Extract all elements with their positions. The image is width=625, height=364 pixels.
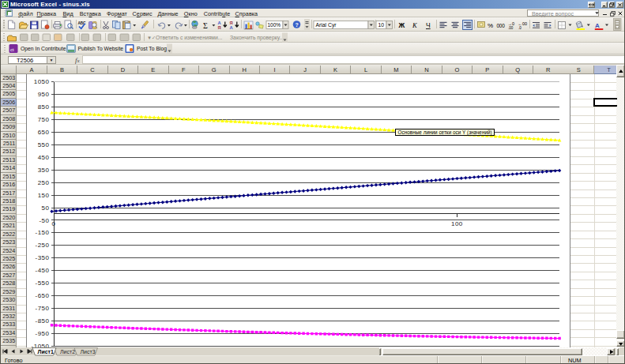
svg-text:100%: 100%: [268, 22, 281, 28]
svg-text:850: 850: [38, 103, 50, 111]
svg-text:-950: -950: [35, 329, 49, 336]
svg-text:000: 000: [497, 23, 506, 28]
svg-text:Ч: Ч: [426, 21, 431, 29]
svg-text:1050: 1050: [34, 78, 50, 85]
svg-text:50: 50: [42, 204, 50, 211]
svg-text:Лист3: Лист3: [81, 349, 96, 355]
svg-text:.0: .0: [518, 26, 521, 30]
svg-text:Publish To Website: Publish To Website: [78, 46, 124, 51]
svg-text:-150: -150: [35, 229, 49, 236]
svg-text:750: 750: [38, 116, 50, 123]
svg-text:A: A: [595, 22, 600, 29]
svg-text:Arial Cyr: Arial Cyr: [316, 22, 337, 28]
svg-text:%: %: [488, 22, 493, 29]
svg-text:450: 450: [38, 153, 50, 160]
svg-text:Ответить с изменениями...: Ответить с изменениями...: [156, 34, 223, 39]
svg-text:-250: -250: [35, 242, 49, 249]
svg-text:-450: -450: [35, 267, 49, 274]
svg-text:100: 100: [451, 220, 463, 227]
svg-text:-350: -350: [35, 254, 49, 261]
svg-text:-750: -750: [35, 305, 49, 312]
svg-text:.00: .00: [508, 26, 514, 30]
svg-text:Ж: Ж: [398, 21, 405, 29]
svg-text:Закончить проверку...: Закончить проверку...: [230, 34, 284, 40]
svg-text:Лист1: Лист1: [38, 349, 55, 355]
svg-text:-550: -550: [35, 280, 49, 287]
svg-text:ct: ct: [10, 47, 14, 52]
svg-text:550: 550: [38, 141, 50, 148]
svg-text:-50: -50: [39, 216, 49, 223]
svg-text:К: К: [412, 21, 418, 29]
svg-text:10: 10: [378, 22, 385, 28]
svg-text:Я: Я: [218, 25, 221, 30]
svg-text:Post To Blog: Post To Blog: [137, 46, 167, 52]
svg-text:0: 0: [52, 220, 56, 227]
svg-text:?: ?: [296, 22, 299, 28]
svg-text:250: 250: [38, 178, 50, 186]
svg-text:950: 950: [38, 91, 50, 98]
svg-text:А: А: [230, 25, 234, 30]
svg-text:150: 150: [38, 191, 50, 198]
svg-text:350: 350: [38, 166, 50, 173]
svg-text:650: 650: [38, 129, 50, 136]
svg-text:-650: -650: [35, 292, 49, 299]
svg-text:Лист2: Лист2: [60, 349, 75, 355]
svg-text:-850: -850: [35, 317, 49, 324]
svg-text:▼✓: ▼✓: [147, 35, 156, 40]
svg-text:Open In Contribute: Open In Contribute: [21, 46, 66, 52]
svg-text:Σ: Σ: [203, 21, 208, 30]
